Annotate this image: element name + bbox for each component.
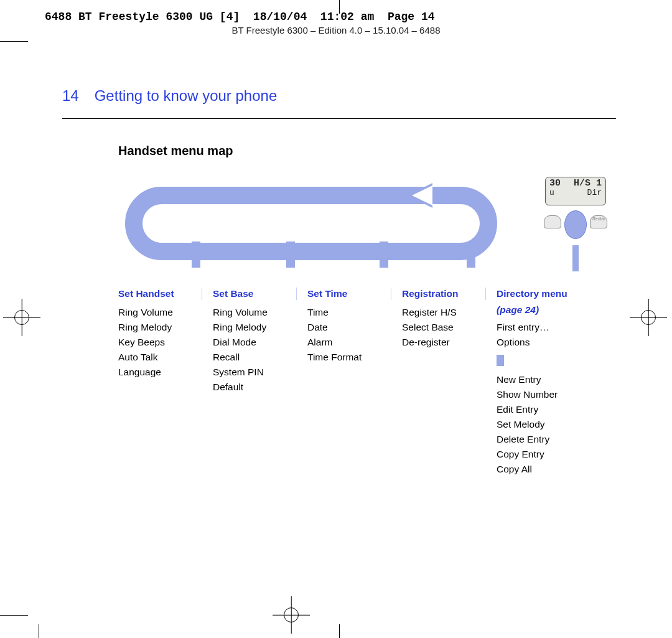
col-set-time: Set Time Time Date Alarm Time Format <box>307 286 402 477</box>
menu-item: Copy Entry <box>497 447 610 462</box>
menu-item: Key Beeps <box>118 335 207 350</box>
menu-columns: Set Handset Ring Volume Ring Melody Key … <box>118 286 616 477</box>
handset-illustration: 30 H/S 1 u Dir Redial <box>541 177 610 245</box>
crop-tick <box>39 624 39 638</box>
col-title: Directory menu <box>497 286 610 301</box>
running-head: BT Freestyle 6300 – Edition 4.0 – 15.10.… <box>0 25 672 35</box>
menu-item: Ring Volume <box>213 305 301 320</box>
menu-item: Alarm <box>307 335 396 350</box>
menu-item: Ring Melody <box>118 320 207 335</box>
menu-item: Options <box>497 335 610 350</box>
menu-item: Copy All <box>497 462 610 477</box>
menu-item: Time Format <box>307 350 396 365</box>
col-registration: Registration Register H/S Select Base De… <box>402 286 497 477</box>
menu-item: Date <box>307 320 396 335</box>
menu-item: Default <box>213 380 301 395</box>
lcd-row2-left: u <box>549 189 554 197</box>
menu-item: New Entry <box>497 372 610 387</box>
handset-nav-pad-icon <box>564 210 587 239</box>
crop-tick <box>0 615 28 616</box>
svg-rect-7 <box>192 242 200 268</box>
menu-item: Dial Mode <box>213 335 301 350</box>
crop-tick <box>0 41 28 42</box>
menu-item: Time <box>307 305 396 320</box>
svg-marker-6 <box>254 215 274 232</box>
subsection-heading: Handset menu map <box>118 144 616 158</box>
section-title: Getting to know your phone <box>95 87 278 105</box>
col-title: Set Base <box>213 286 301 301</box>
menu-nav-ribbon-diagram: 30 H/S 1 u Dir Redial <box>118 177 610 270</box>
handset-softkey-left <box>544 215 561 228</box>
svg-rect-10 <box>467 242 475 268</box>
menu-item: Register H/S <box>402 305 490 320</box>
col-set-base: Set Base Ring Volume Ring Melody Dial Mo… <box>213 286 307 477</box>
handset-softkey-right: Redial <box>590 215 607 228</box>
col-directory: Directory menu (page 24) First entry… Op… <box>497 286 616 477</box>
svg-rect-9 <box>380 242 388 268</box>
col-title: Set Time <box>307 286 396 301</box>
proof-slug-line: 6488 BT Freestyle 6300 UG [4] 18/10/04 1… <box>45 11 435 23</box>
crop-tick <box>339 624 340 638</box>
menu-item: Edit Entry <box>497 402 610 417</box>
menu-item: Recall <box>213 350 301 365</box>
registration-mark-right <box>630 299 667 336</box>
menu-item: Ring Melody <box>213 320 301 335</box>
menu-item: Show Number <box>497 387 610 402</box>
col-set-handset: Set Handset Ring Volume Ring Melody Key … <box>118 286 213 477</box>
handset-lcd: 30 H/S 1 u Dir <box>545 177 606 205</box>
menu-item: Language <box>118 365 207 380</box>
menu-item: De-register <box>402 335 490 350</box>
menu-item: System PIN <box>213 365 301 380</box>
menu-item: Select Base <box>402 320 490 335</box>
registration-mark-bottom <box>273 596 310 634</box>
menu-item: Set Melody <box>497 417 610 432</box>
handset-drop-stem <box>572 245 579 271</box>
page-content: 14 Getting to know your phone Handset me… <box>62 87 616 477</box>
directory-page-ref: (page 24) <box>497 303 610 317</box>
directory-submenu-connector-icon <box>497 355 504 366</box>
lcd-row2-right: Dir <box>587 189 602 197</box>
menu-item: Ring Volume <box>118 305 207 320</box>
col-title: Set Handset <box>118 286 207 301</box>
page-number: 14 <box>62 87 79 105</box>
menu-item: Auto Talk <box>118 350 207 365</box>
menu-item: First entry… <box>497 320 610 335</box>
menu-item: Delete Entry <box>497 432 610 447</box>
col-title: Registration <box>402 286 490 301</box>
svg-rect-8 <box>286 242 295 268</box>
registration-mark-left <box>3 299 40 336</box>
